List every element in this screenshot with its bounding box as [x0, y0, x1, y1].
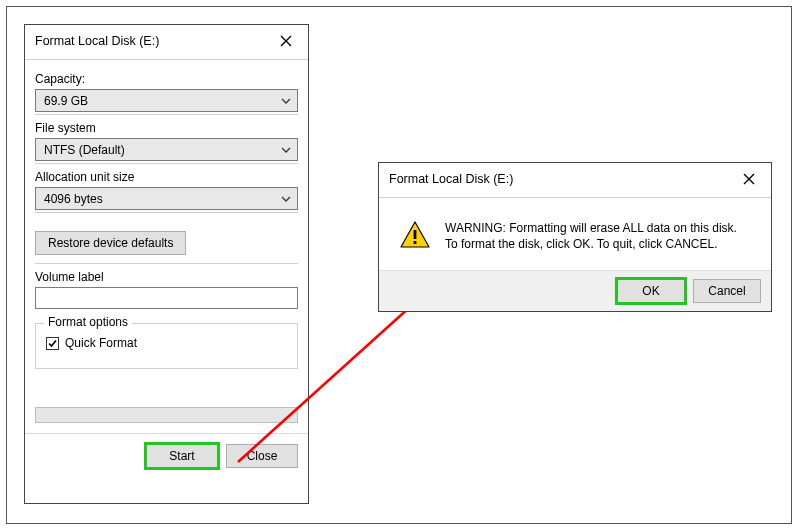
- quick-format-label: Quick Format: [65, 336, 137, 350]
- confirm-message-line1: WARNING: Formatting will erase ALL data …: [445, 220, 737, 236]
- confirm-dialog-titlebar: Format Local Disk (E:): [379, 163, 771, 195]
- confirm-message-line2: To format the disk, click OK. To quit, c…: [445, 236, 737, 252]
- titlebar-separator: [379, 197, 771, 198]
- section-separator: [35, 212, 298, 213]
- confirm-dialog: Format Local Disk (E:) WARNING: Formatti…: [378, 162, 772, 312]
- allocation-value: 4096 bytes: [44, 192, 103, 206]
- confirm-dialog-footer: OK Cancel: [379, 270, 771, 311]
- format-dialog-footer: Start Close: [25, 434, 308, 468]
- ok-button[interactable]: OK: [617, 279, 685, 303]
- confirm-dialog-body: WARNING: Formatting will erase ALL data …: [379, 202, 771, 270]
- close-icon[interactable]: [735, 169, 763, 189]
- restore-defaults-button[interactable]: Restore device defaults: [35, 231, 186, 255]
- svg-rect-2: [414, 241, 417, 244]
- chevron-down-icon: [281, 147, 291, 153]
- quick-format-row[interactable]: Quick Format: [46, 336, 287, 350]
- format-progress-bar: [35, 407, 298, 423]
- warning-icon: [399, 220, 431, 250]
- cancel-button[interactable]: Cancel: [693, 279, 761, 303]
- chevron-down-icon: [281, 196, 291, 202]
- format-options-group: Format options Quick Format: [35, 323, 298, 369]
- format-dialog: Format Local Disk (E:) Capacity: 69.9 GB…: [24, 24, 309, 504]
- quick-format-checkbox[interactable]: [46, 337, 59, 350]
- chevron-down-icon: [281, 98, 291, 104]
- section-separator: [35, 163, 298, 164]
- volume-label-label: Volume label: [35, 270, 298, 284]
- section-separator: [35, 263, 298, 264]
- filesystem-combobox[interactable]: NTFS (Default): [35, 138, 298, 161]
- allocation-combobox[interactable]: 4096 bytes: [35, 187, 298, 210]
- close-button[interactable]: Close: [226, 444, 298, 468]
- format-dialog-titlebar: Format Local Disk (E:): [25, 25, 308, 57]
- format-dialog-title: Format Local Disk (E:): [35, 34, 159, 48]
- svg-rect-1: [414, 230, 417, 239]
- volume-label-input[interactable]: [35, 287, 298, 309]
- capacity-label: Capacity:: [35, 72, 298, 86]
- titlebar-separator: [25, 59, 308, 60]
- section-separator: [35, 114, 298, 115]
- filesystem-value: NTFS (Default): [44, 143, 125, 157]
- capacity-combobox[interactable]: 69.9 GB: [35, 89, 298, 112]
- start-button[interactable]: Start: [146, 444, 218, 468]
- confirm-dialog-title: Format Local Disk (E:): [389, 172, 513, 186]
- allocation-label: Allocation unit size: [35, 170, 298, 184]
- format-options-title: Format options: [44, 315, 132, 329]
- close-icon[interactable]: [272, 31, 300, 51]
- filesystem-label: File system: [35, 121, 298, 135]
- capacity-value: 69.9 GB: [44, 94, 88, 108]
- confirm-message: WARNING: Formatting will erase ALL data …: [445, 220, 737, 252]
